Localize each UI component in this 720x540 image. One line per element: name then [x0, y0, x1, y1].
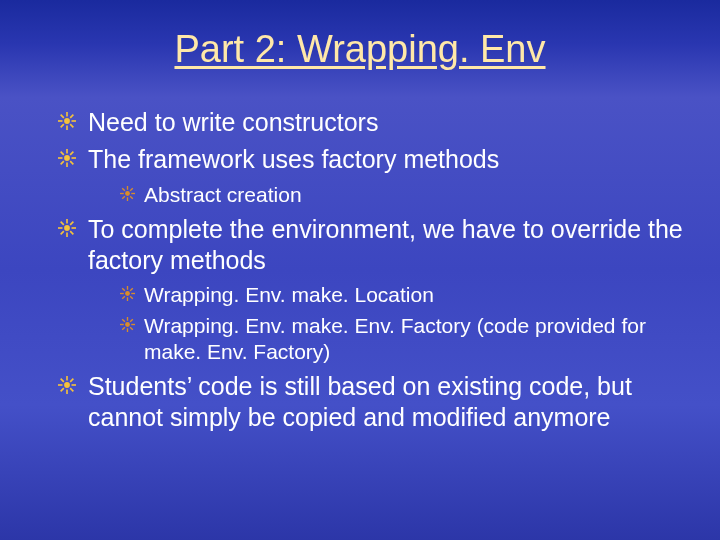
svg-rect-60 [60, 388, 64, 392]
svg-rect-57 [58, 384, 63, 386]
sub-bullet-text: Wrapping. Env. make. Location [144, 283, 434, 306]
svg-rect-44 [130, 296, 134, 300]
sunburst-icon [58, 376, 76, 394]
svg-rect-52 [122, 318, 126, 322]
sub-bullet-list: Wrapping. Env. make. Location [88, 282, 690, 365]
svg-rect-28 [66, 219, 68, 224]
svg-rect-23 [130, 187, 134, 191]
svg-rect-49 [131, 323, 135, 324]
svg-point-27 [64, 225, 70, 231]
svg-rect-4 [72, 120, 77, 122]
svg-rect-29 [66, 232, 68, 237]
svg-rect-26 [130, 195, 134, 199]
svg-rect-3 [58, 120, 63, 122]
svg-rect-43 [122, 288, 126, 292]
sub-bullet-item: Wrapping. Env. make. Env. Factory (code … [120, 313, 690, 366]
svg-rect-41 [130, 288, 134, 292]
svg-rect-25 [122, 187, 126, 191]
svg-rect-33 [60, 230, 64, 234]
svg-rect-31 [72, 227, 77, 229]
svg-rect-8 [70, 124, 74, 128]
svg-point-36 [125, 291, 130, 296]
svg-rect-46 [127, 317, 128, 321]
svg-rect-2 [66, 126, 68, 131]
slide-title: Part 2: Wrapping. Env [30, 28, 690, 71]
svg-rect-40 [131, 293, 135, 294]
bullet-item: To complete the environment, we have to … [58, 214, 690, 365]
svg-rect-50 [130, 318, 134, 322]
svg-point-18 [125, 191, 130, 196]
sunburst-icon [58, 219, 76, 237]
svg-rect-15 [60, 161, 64, 165]
svg-rect-12 [58, 157, 63, 159]
slide: Part 2: Wrapping. Env Need to write cons… [0, 0, 720, 540]
bullet-item: The framework uses factory methods [58, 144, 690, 208]
svg-rect-61 [60, 378, 64, 382]
svg-rect-38 [127, 298, 128, 302]
svg-rect-51 [122, 326, 126, 330]
bullet-text: To complete the environment, we have to … [88, 215, 683, 274]
bullet-list: Need to write constructors The framework… [30, 107, 690, 434]
svg-rect-62 [70, 388, 74, 392]
sunburst-icon [58, 112, 76, 130]
svg-rect-47 [127, 328, 128, 332]
svg-rect-39 [120, 293, 124, 294]
svg-rect-58 [72, 384, 77, 386]
svg-rect-35 [70, 230, 74, 234]
svg-rect-32 [70, 221, 74, 225]
svg-rect-56 [66, 390, 68, 395]
svg-rect-37 [127, 286, 128, 290]
svg-rect-55 [66, 376, 68, 381]
svg-point-54 [64, 382, 70, 388]
svg-rect-53 [130, 326, 134, 330]
sunburst-icon [58, 149, 76, 167]
svg-rect-14 [70, 151, 74, 155]
svg-rect-21 [120, 192, 124, 193]
svg-rect-7 [60, 114, 64, 118]
svg-point-9 [64, 155, 70, 161]
svg-point-0 [64, 118, 70, 124]
svg-rect-34 [60, 221, 64, 225]
svg-rect-19 [127, 186, 128, 190]
bullet-item: Need to write constructors [58, 107, 690, 138]
svg-rect-17 [70, 161, 74, 165]
svg-rect-10 [66, 149, 68, 154]
bullet-text: Need to write constructors [88, 108, 378, 136]
svg-rect-11 [66, 163, 68, 168]
bullet-text: The framework uses factory methods [88, 145, 499, 173]
svg-rect-16 [60, 151, 64, 155]
svg-rect-20 [127, 197, 128, 201]
svg-rect-42 [122, 296, 126, 300]
sub-bullet-item: Wrapping. Env. make. Location [120, 282, 690, 308]
svg-rect-30 [58, 227, 63, 229]
svg-rect-24 [122, 195, 126, 199]
sub-bullet-text: Wrapping. Env. make. Env. Factory (code … [144, 314, 646, 363]
svg-rect-59 [70, 378, 74, 382]
svg-rect-22 [131, 192, 135, 193]
svg-rect-5 [70, 114, 74, 118]
svg-rect-13 [72, 157, 77, 159]
sunburst-icon [120, 286, 135, 301]
sub-bullet-text: Abstract creation [144, 183, 302, 206]
svg-rect-6 [60, 124, 64, 128]
sub-bullet-list: Abstract creation [88, 182, 690, 208]
sunburst-icon [120, 317, 135, 332]
bullet-item: Students’ code is still based on existin… [58, 371, 690, 434]
sunburst-icon [120, 186, 135, 201]
sub-bullet-item: Abstract creation [120, 182, 690, 208]
svg-point-45 [125, 322, 130, 327]
svg-rect-1 [66, 112, 68, 117]
bullet-text: Students’ code is still based on existin… [88, 372, 632, 431]
svg-rect-48 [120, 323, 124, 324]
